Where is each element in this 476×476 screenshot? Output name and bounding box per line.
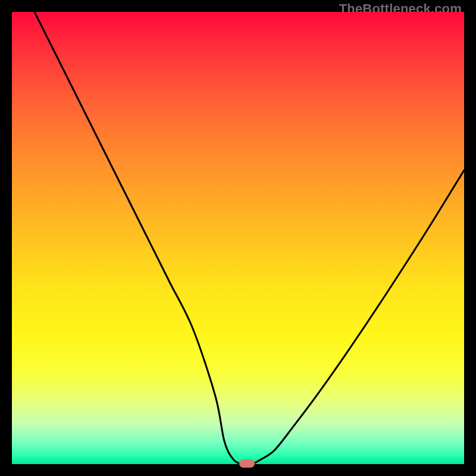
chart-frame: TheBottleneck.com (0, 0, 476, 476)
bottleneck-curve-path (35, 12, 464, 464)
curve-svg (12, 12, 464, 464)
min-marker (239, 459, 255, 468)
plot-area (12, 12, 464, 464)
